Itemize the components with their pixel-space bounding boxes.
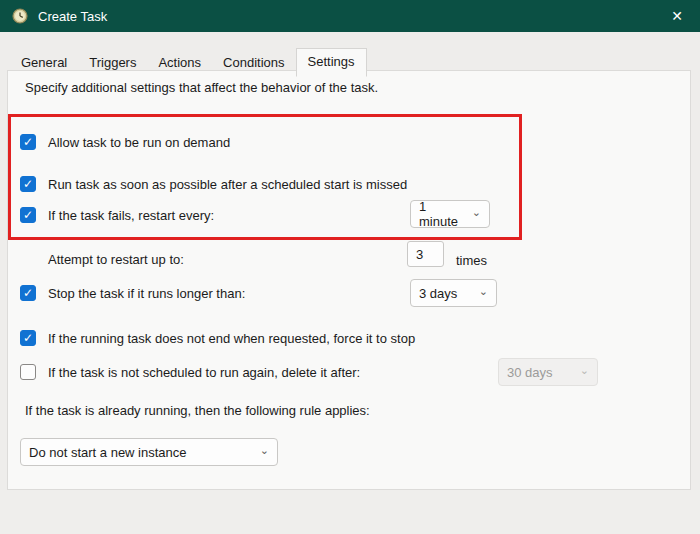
label-run-after-missed-start: Run task as soon as possible after a sch… <box>48 177 407 192</box>
tab-general[interactable]: General <box>10 50 78 75</box>
chevron-down-icon: ⌄ <box>472 207 481 218</box>
chevron-down-icon: ⌄ <box>479 286 488 297</box>
chevron-down-icon: ⌄ <box>260 445 269 456</box>
delete-after-value: 30 days <box>507 365 553 380</box>
checkbox-stop-if-runs-long[interactable]: ✓ <box>20 285 36 301</box>
tab-strip: General Triggers Actions Conditions Sett… <box>10 47 367 75</box>
restart-attempts-input[interactable]: 3 <box>407 241 444 267</box>
label-times-suffix: times <box>456 253 487 268</box>
checkbox-run-on-demand[interactable]: ✓ <box>20 134 36 150</box>
tab-settings[interactable]: Settings <box>296 48 367 77</box>
delete-after-select: 30 days ⌄ <box>498 358 598 386</box>
settings-tab-page <box>7 70 691 490</box>
restart-interval-value: 1 minute <box>419 199 464 229</box>
title-bar: Create Task ✕ <box>0 0 700 32</box>
label-run-on-demand: Allow task to be run on demand <box>48 135 230 150</box>
checkbox-run-after-missed-start[interactable]: ✓ <box>20 176 36 192</box>
chevron-down-icon: ⌄ <box>580 365 589 376</box>
close-icon[interactable]: ✕ <box>654 0 700 32</box>
tab-conditions[interactable]: Conditions <box>212 50 295 75</box>
checkbox-delete-task[interactable] <box>20 364 36 380</box>
restart-attempts-value: 3 <box>416 247 423 262</box>
label-restart-attempts: Attempt to restart up to: <box>48 252 184 267</box>
run-duration-value: 3 days <box>419 286 457 301</box>
check-icon: ✓ <box>23 287 33 299</box>
instance-rule-select[interactable]: Do not start a new instance ⌄ <box>20 438 278 466</box>
tab-triggers[interactable]: Triggers <box>78 50 147 75</box>
check-icon: ✓ <box>23 209 33 221</box>
label-restart-on-failure: If the task fails, restart every: <box>48 208 214 223</box>
check-icon: ✓ <box>23 178 33 190</box>
run-duration-select[interactable]: 3 days ⌄ <box>410 279 497 307</box>
checkbox-force-stop[interactable]: ✓ <box>20 330 36 346</box>
check-icon: ✓ <box>23 332 33 344</box>
label-instance-rule: If the task is already running, then the… <box>25 403 370 418</box>
check-icon: ✓ <box>23 136 33 148</box>
create-task-dialog: Create Task ✕ General Triggers Actions C… <box>0 0 700 534</box>
tab-actions[interactable]: Actions <box>147 50 212 75</box>
instance-rule-value: Do not start a new instance <box>29 445 187 460</box>
checkbox-restart-on-failure[interactable]: ✓ <box>20 207 36 223</box>
window-title: Create Task <box>38 9 107 24</box>
restart-interval-select[interactable]: 1 minute ⌄ <box>410 200 490 228</box>
clock-icon <box>12 8 28 24</box>
label-delete-task: If the task is not scheduled to run agai… <box>48 365 360 380</box>
dialog-footer <box>0 490 700 534</box>
settings-description: Specify additional settings that affect … <box>25 80 378 95</box>
label-stop-if-runs-long: Stop the task if it runs longer than: <box>48 286 245 301</box>
label-force-stop: If the running task does not end when re… <box>48 331 415 346</box>
